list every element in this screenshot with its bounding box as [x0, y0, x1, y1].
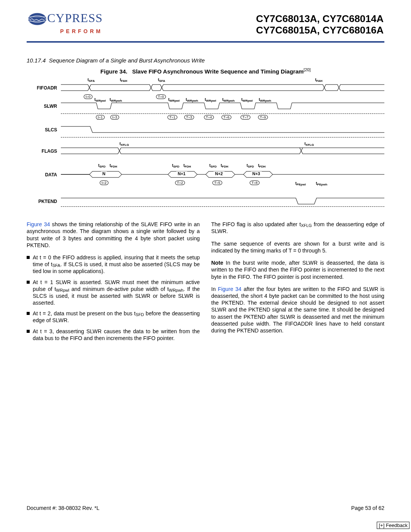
section-number: 10.17.4 — [27, 57, 46, 64]
t-wrpwl-2: tWRpwl — [168, 97, 180, 102]
tmark-T8: T=8 — [250, 181, 260, 185]
data-N2: N+2 — [213, 171, 225, 176]
t-sfd-2: tSFD — [172, 163, 179, 168]
t-sfd-4: tSFD — [247, 163, 254, 168]
t-sfd-3: tSFD — [209, 163, 217, 168]
t-sfa-1: tSFA — [88, 78, 95, 82]
page-footer: Document #: 38-08032 Rev. *L Page 53 of … — [27, 505, 384, 511]
tmark-T3: T=3 — [184, 115, 194, 120]
paragraph-2: The FIFO flag is also updated after tXFL… — [211, 221, 384, 235]
figure-ref: Figure 34 — [27, 221, 50, 227]
tmark-T0: T=0 — [156, 94, 166, 99]
bullet-3: At t = 2, data must be present on the bu… — [27, 310, 200, 324]
tmark-T1: T=1 — [167, 115, 177, 120]
paragraph-5: In Figure 34 after the four bytes are wr… — [211, 286, 384, 334]
tmark-t2: t=2 — [100, 181, 108, 185]
tmark-T5: T=5 — [212, 181, 222, 185]
t-fah-2: tFAH — [315, 78, 322, 82]
paragraph-4: Note In the burst write mode, after SLWR… — [211, 259, 384, 280]
timing-diagram: FIFOADR SLWR SLCS FLAGS DATA PKTEND tSFA… — [27, 78, 384, 207]
tmark-T4: T=4 — [204, 115, 214, 120]
data-N1: N+1 — [176, 171, 187, 176]
t-wrpwh-3: tWRpwh — [222, 97, 235, 102]
t-wrpwl-1: tWRpwl — [94, 97, 106, 102]
data-N: N — [101, 171, 107, 176]
t-wrpwh-4: tWRpwh — [259, 97, 271, 102]
tmark-t1: t=1 — [96, 115, 105, 120]
paragraph-1: Figure 34 shows the timing relationship … — [27, 221, 200, 249]
signal-label-fifoadr: FIFOADR — [27, 85, 57, 91]
document-number: Document #: 38-08032 Rev. *L — [27, 505, 99, 511]
signal-label-data: DATA — [27, 172, 57, 177]
t-pepwh: tPEpwh — [316, 181, 327, 185]
t-fdh-2: tFDH — [183, 163, 191, 168]
t-wrpwh-2: tWRpwh — [186, 97, 198, 102]
t-wrpwl-3: tWRpwl — [205, 97, 216, 102]
part-line-1: CY7C68013A, CY7C68014A — [256, 13, 384, 25]
part-line-2: CY7C68015A, CY7C68016A — [256, 25, 384, 36]
figure-title: Slave FIFO Asynchronous Write Sequence a… — [132, 68, 304, 75]
figure-ref-2: Figure 34 — [218, 286, 242, 292]
figure-footnote: [20] — [304, 67, 311, 72]
t-sfa-2: tSFA — [158, 78, 165, 82]
feedback-button[interactable]: [+] Feedback — [377, 522, 409, 529]
t-fdh-3: tFDH — [221, 163, 228, 168]
tmark-T2: T=2 — [175, 181, 185, 185]
tmark-T7: T=7 — [241, 115, 250, 120]
t-fdh-1: tFDH — [110, 163, 117, 168]
t-wrpwl-4: tWRpwl — [241, 97, 253, 102]
brand-tagline: PERFORM — [27, 28, 103, 34]
bullet-4: At t = 3, deasserting SLWR causes the da… — [27, 328, 200, 342]
page-number: Page 53 of 62 — [351, 505, 384, 511]
figure-caption: Figure 34. Slave FIFO Asynchronous Write… — [27, 67, 384, 75]
tmark-T6: T=6 — [221, 115, 231, 120]
section-heading: 10.17.4 Sequence Diagram of a Single and… — [27, 57, 384, 64]
brand-word: CYPRESS — [47, 11, 103, 25]
signal-label-slcs: SLCS — [27, 127, 57, 133]
signal-label-pktend: PKTEND — [27, 199, 57, 204]
bullet-2: At t = 1 SLWR is asserted. SLWR must mee… — [27, 279, 200, 307]
signal-label-slwr: SLWR — [27, 104, 57, 109]
paragraph-3: The same sequence of events are shown fo… — [211, 240, 384, 254]
t-fah-1: tFAH — [120, 78, 127, 82]
t-xflg-1: tXFLG — [119, 142, 129, 146]
figure-label: Figure 34. — [100, 68, 127, 75]
data-N3: N+3 — [251, 171, 262, 176]
header-rule — [27, 41, 384, 43]
tmark-t0a: t=0 — [84, 94, 92, 99]
t-pepwl: tPEpwl — [295, 181, 306, 185]
bullet-1: At t = 0 the FIFO address is applied, in… — [27, 254, 200, 275]
t-sfd-1: tSFD — [98, 163, 105, 168]
part-numbers: CY7C68013A, CY7C68014A CY7C68015A, CY7C6… — [256, 13, 384, 36]
t-fdh-4: tFDH — [258, 163, 266, 168]
body-text: Figure 34 shows the timing relationship … — [27, 216, 384, 345]
section-title: Sequence Diagram of a Single and Burst A… — [49, 57, 205, 64]
tmark-T9: T=9 — [258, 115, 268, 120]
t-xflg-2: tXFLG — [304, 142, 314, 146]
globe-icon — [27, 11, 48, 27]
cypress-logo: CYPRESS PERFORM — [27, 11, 103, 34]
signal-label-flags: FLAGS — [27, 149, 57, 154]
t-wrpwh-1: tWRpwh — [110, 97, 122, 102]
tmark-t3: t=3 — [110, 115, 119, 120]
